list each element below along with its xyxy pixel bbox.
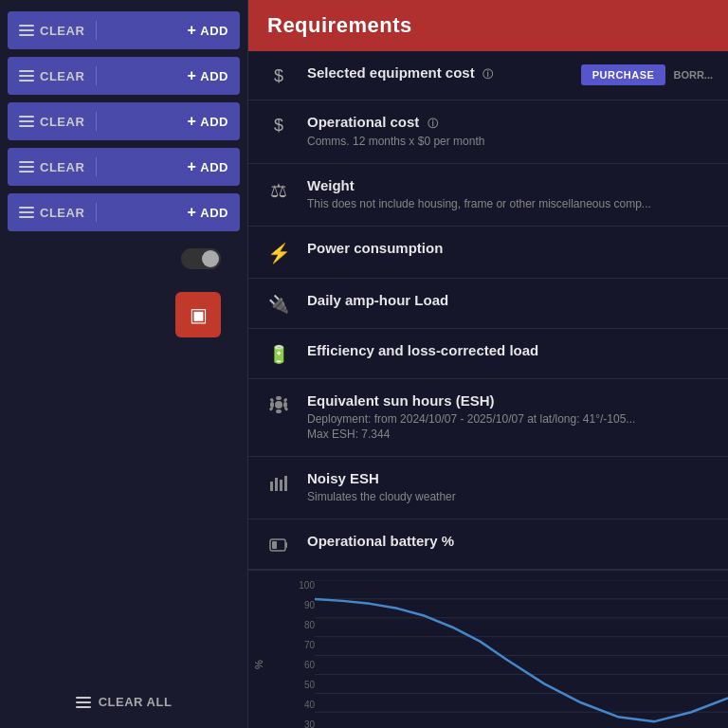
- clear-all-label: CLEAR ALL: [99, 695, 173, 709]
- req-item-noisy-esh: Noisy ESH Simulates the cloudy weather: [248, 457, 728, 519]
- divider-3: [96, 112, 97, 131]
- req-actions-0: PURCHASE BORR...: [581, 64, 713, 85]
- req-content-5: Efficiency and loss-corrected load: [307, 342, 713, 358]
- y-tick-90: 90: [286, 600, 315, 610]
- plus-icon-2: +: [187, 67, 196, 84]
- req-title-6: Equivalent sun hours (ESH): [307, 392, 713, 409]
- svg-rect-3: [283, 402, 287, 408]
- req-item-esh: Equivalent sun hours (ESH) Deployment: f…: [248, 379, 728, 458]
- requirements-header: Requirements: [248, 0, 728, 51]
- sidebar-clear-btn-3[interactable]: CLEAR: [19, 115, 84, 129]
- req-content-2: Weight This does not include housing, fr…: [307, 177, 713, 212]
- svg-rect-10: [275, 478, 278, 491]
- sidebar-add-btn-2[interactable]: + ADD: [187, 67, 228, 84]
- requirements-list: $ Selected equipment cost ⓘ PURCHASE BOR…: [248, 51, 728, 728]
- plus-icon-3: +: [187, 113, 196, 130]
- sidebar-clear-label-1: CLEAR: [40, 24, 84, 38]
- req-title-4: Daily amp-hour Load: [307, 292, 713, 308]
- req-item-efficiency: 🔋 Efficiency and loss-corrected load: [248, 329, 728, 379]
- sun-icon: [264, 392, 294, 415]
- sidebar-clear-btn-1[interactable]: CLEAR: [19, 24, 84, 38]
- sidebar-add-label-1: ADD: [200, 24, 228, 38]
- sidebar-clear-btn-5[interactable]: CLEAR: [19, 206, 84, 220]
- sidebar-add-btn-3[interactable]: + ADD: [187, 113, 228, 130]
- y-tick-30: 30: [286, 719, 315, 728]
- svg-rect-15: [272, 541, 277, 549]
- hamburger-icon-4: [19, 161, 34, 173]
- req-title-7: Noisy ESH: [307, 470, 713, 486]
- req-title-8: Operational battery %: [307, 533, 713, 549]
- svg-point-4: [275, 401, 282, 409]
- chart-area: % 100 90 80 70 60 50 40 30 20: [248, 570, 728, 728]
- req-content-4: Daily amp-hour Load: [307, 292, 713, 308]
- y-tick-40: 40: [286, 700, 315, 710]
- hamburger-icon-5: [19, 207, 34, 218]
- orange-btn-icon: ▣: [190, 303, 208, 326]
- plus-icon-1: +: [187, 22, 196, 39]
- svg-rect-2: [270, 402, 274, 408]
- sidebar-add-label-3: ADD: [200, 115, 228, 129]
- sidebar-add-label-5: ADD: [200, 206, 228, 220]
- svg-rect-12: [284, 476, 287, 491]
- borrow-button[interactable]: BORR...: [673, 69, 713, 81]
- sidebar-clear-label-2: CLEAR: [40, 69, 84, 83]
- dollar-icon-0: $: [264, 64, 294, 86]
- battery-icon: 🔋: [264, 342, 294, 365]
- weight-icon: ⚖: [264, 177, 294, 202]
- y-tick-50: 50: [286, 680, 315, 690]
- req-content-6: Equivalent sun hours (ESH) Deployment: f…: [307, 392, 713, 444]
- divider-2: [96, 66, 97, 85]
- clear-all-row[interactable]: CLEAR ALL: [0, 683, 247, 720]
- divider-1: [96, 21, 97, 40]
- sidebar-add-btn-1[interactable]: + ADD: [187, 22, 228, 39]
- sidebar-clear-btn-4[interactable]: CLEAR: [19, 160, 84, 174]
- req-item-daily-amp-hour: 🔌 Daily amp-hour Load: [248, 279, 728, 329]
- sidebar-add-btn-5[interactable]: + ADD: [187, 204, 228, 221]
- req-title-5: Efficiency and loss-corrected load: [307, 342, 713, 358]
- info-icon-1: ⓘ: [428, 118, 438, 129]
- orange-action-button[interactable]: ▣: [175, 292, 221, 337]
- svg-rect-0: [276, 396, 282, 400]
- sidebar-clear-btn-2[interactable]: CLEAR: [19, 69, 84, 83]
- req-subtitle-2: This does not include housing, frame or …: [307, 196, 713, 212]
- toggle-switch[interactable]: [181, 248, 221, 269]
- plus-icon-5: +: [187, 204, 196, 221]
- y-tick-100: 100: [286, 580, 315, 591]
- req-item-weight: ⚖ Weight This does not include housing, …: [248, 164, 728, 227]
- sidebar-clear-label-4: CLEAR: [40, 160, 84, 174]
- sidebar-row-5[interactable]: CLEAR + ADD: [8, 193, 240, 231]
- y-tick-80: 80: [286, 620, 315, 630]
- req-content-7: Noisy ESH Simulates the cloudy weather: [307, 470, 713, 505]
- sidebar-clear-label-5: CLEAR: [40, 206, 84, 220]
- sidebar-row-3[interactable]: CLEAR + ADD: [8, 102, 240, 140]
- sidebar-row-4[interactable]: CLEAR + ADD: [8, 148, 240, 186]
- battery-pct-icon: [264, 533, 294, 555]
- chart-icon: [264, 470, 294, 493]
- svg-rect-14: [285, 542, 287, 548]
- info-icon-0: ⓘ: [482, 68, 493, 80]
- req-content-8: Operational battery %: [307, 533, 713, 549]
- purchase-button[interactable]: PURCHASE: [581, 64, 666, 85]
- main-panel: Requirements $ Selected equipment cost ⓘ…: [248, 0, 728, 728]
- sidebar-add-btn-4[interactable]: + ADD: [187, 158, 228, 175]
- chart-y-label: %: [253, 661, 264, 670]
- req-content-0: Selected equipment cost ⓘ: [307, 64, 568, 82]
- orange-btn-row: ▣: [8, 286, 240, 343]
- svg-rect-5: [269, 397, 274, 402]
- svg-rect-9: [270, 482, 273, 491]
- req-title-0: Selected equipment cost ⓘ: [307, 64, 568, 82]
- svg-rect-1: [276, 410, 282, 413]
- req-item-operational-cost: $ Operational cost ⓘ Comms. 12 months x …: [248, 100, 728, 164]
- divider-4: [96, 157, 97, 176]
- sidebar-row-2[interactable]: CLEAR + ADD: [8, 57, 240, 95]
- dollar-icon-1: $: [264, 114, 294, 136]
- req-subtitle-6: Deployment: from 2024/10/07 - 2025/10/07…: [307, 411, 713, 444]
- svg-rect-11: [280, 480, 282, 491]
- sidebar-row-1[interactable]: CLEAR + ADD: [8, 11, 240, 49]
- req-item-selected-equipment-cost: $ Selected equipment cost ⓘ PURCHASE BOR…: [248, 51, 728, 100]
- toggle-row: [8, 239, 240, 279]
- sidebar-add-label-4: ADD: [200, 160, 228, 174]
- hamburger-icon-2: [19, 70, 34, 82]
- sidebar: CLEAR + ADD CLEAR + ADD CLEAR: [0, 0, 248, 728]
- req-subtitle-7: Simulates the cloudy weather: [307, 489, 713, 505]
